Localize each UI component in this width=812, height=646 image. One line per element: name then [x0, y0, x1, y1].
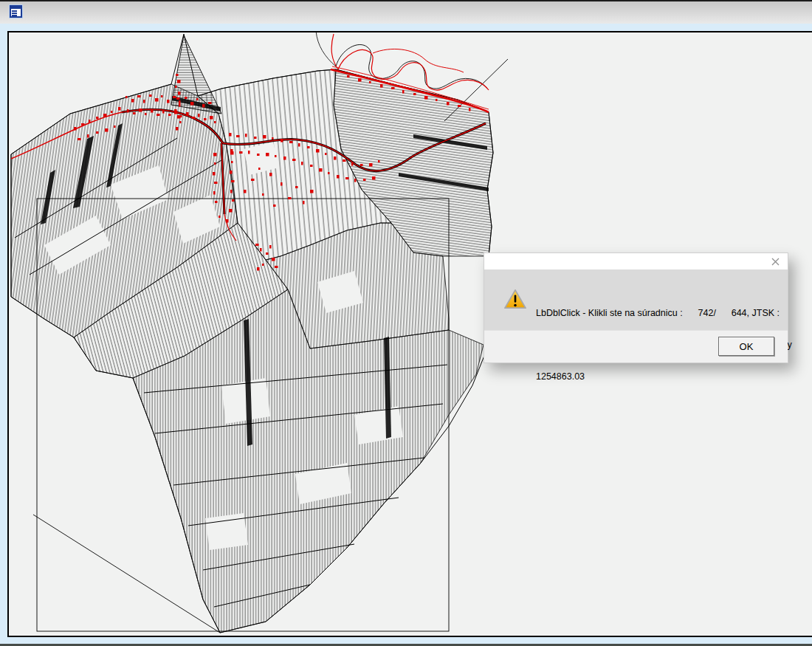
app-window: LbDblClick - Klikli ste na súradnicu : 7…: [0, 0, 812, 646]
dialog-titlebar: [484, 253, 788, 269]
close-icon[interactable]: [768, 256, 782, 267]
ok-button[interactable]: OK: [718, 337, 774, 356]
dialog-footer: OK: [484, 330, 788, 362]
window-titlebar: [0, 1, 812, 24]
dialog-message-line3: 1254863.03: [536, 371, 792, 382]
warning-icon: [504, 289, 526, 312]
message-dialog: LbDblClick - Klikli ste na súradnicu : 7…: [484, 252, 788, 363]
dialog-message-line1: LbDblClick - Klikli ste na súradnicu : 7…: [536, 308, 792, 318]
form-window-icon[interactable]: [10, 5, 22, 18]
